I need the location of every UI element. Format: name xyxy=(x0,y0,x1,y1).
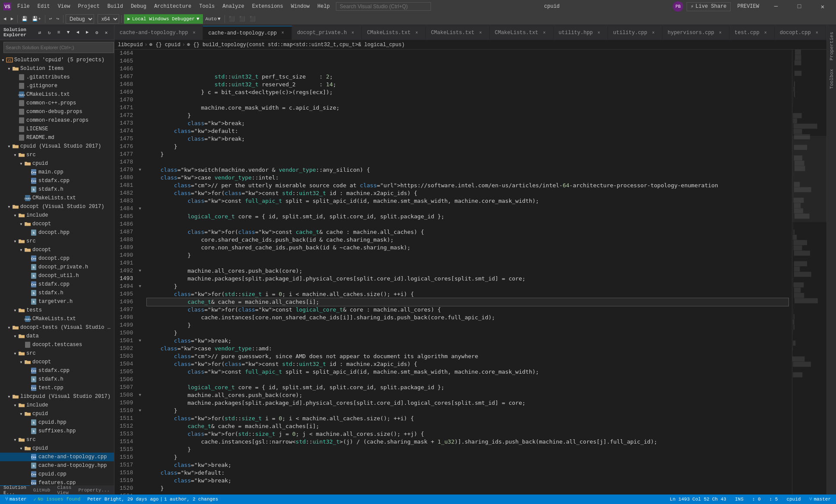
tree-item-se-cache-topology-cpp[interactable]: C++ cache-and-topology.cpp xyxy=(0,453,114,461)
tree-item-se-cache-topology-hpp[interactable]: h cache-and-topology.hpp xyxy=(0,461,114,470)
se-filter-btn[interactable]: ▼ xyxy=(64,28,73,37)
vs-search-input[interactable] xyxy=(336,2,431,11)
tree-item-se-gitattributes[interactable]: .gitattributes xyxy=(0,73,114,82)
menu-debug[interactable]: Debug xyxy=(127,3,150,10)
se-refresh-btn[interactable]: ↻ xyxy=(45,28,54,37)
project-status[interactable]: cpuid xyxy=(785,497,802,502)
tree-item-se-solution-items[interactable]: ▼ Solution Items xyxy=(0,64,114,73)
branch-status[interactable]: ⑂ master xyxy=(808,497,833,502)
tab-close-0[interactable] xyxy=(190,29,197,36)
se-tab-property[interactable]: Property... xyxy=(75,485,113,495)
tree-item-se-features-cpp[interactable]: C++ features.cpp xyxy=(0,479,114,485)
tab-close-2[interactable] xyxy=(349,29,356,36)
tree-item-se-cpuid-vs[interactable]: ▼ cpuid (Visual Studio 2017) xyxy=(0,142,114,151)
tree-item-se-suffixes[interactable]: h suffixes.hpp xyxy=(0,427,114,435)
tab-close-3[interactable] xyxy=(413,29,420,36)
minimap[interactable] xyxy=(792,50,826,495)
breadcrumb-fn[interactable]: ⊕ {} build_topology(const std::map<std::… xyxy=(187,41,405,48)
editor-tab-5[interactable]: CMakeLists.txt xyxy=(490,26,554,40)
se-search-input[interactable] xyxy=(3,42,114,53)
tree-item-se-stdafx-h1[interactable]: h stdafx.h xyxy=(0,185,114,194)
editor-tab-4[interactable]: CMakeLists.txt xyxy=(426,26,490,40)
maximize-button[interactable]: □ xyxy=(789,0,809,13)
menu-tools[interactable]: Tools xyxy=(196,3,218,10)
tab-close-1[interactable] xyxy=(279,30,286,37)
menu-extensions[interactable]: Extensions xyxy=(249,3,287,10)
toolbar-save-all[interactable]: 💾+ xyxy=(30,14,43,24)
gutter-line-1508[interactable]: ▼ xyxy=(136,391,143,399)
toolbar-save[interactable]: 💾 xyxy=(20,14,29,24)
tree-item-se-cpuid-hpp[interactable]: h cpuid.hpp xyxy=(0,418,114,427)
editor-tab-6[interactable]: utility.hpp xyxy=(554,26,608,40)
tree-item-se-cpuid-folder[interactable]: ▼ cpuid xyxy=(0,159,114,168)
tab-close-5[interactable] xyxy=(541,29,548,36)
breadcrumb-ns[interactable]: ⊕ {} cpuid xyxy=(149,41,180,48)
tree-item-se-cmakelists2[interactable]: cmake CMakeLists.txt xyxy=(0,194,114,202)
toolbar-more-1[interactable]: ⬛ xyxy=(227,14,237,24)
tree-item-se-stdafx-cpp3[interactable]: C++ stdafx.cpp xyxy=(0,366,114,375)
tree-item-se-src2[interactable]: ▼ src xyxy=(0,237,114,246)
tree-item-se-common-cpp[interactable]: common-c++.props xyxy=(0,99,114,107)
editor-tab-2[interactable]: docopt_private.h xyxy=(292,26,362,40)
tree-item-se-common-debug[interactable]: common-debug.props xyxy=(0,107,114,116)
tab-close-7[interactable] xyxy=(650,29,657,36)
tree-item-se-src4[interactable]: ▼ src xyxy=(0,435,114,444)
tree-item-se-docopt-util[interactable]: h docopt_util.h xyxy=(0,271,114,280)
tree-item-se-src1[interactable]: ▼ src xyxy=(0,151,114,159)
count-status[interactable]: ↕ 5 xyxy=(768,497,780,502)
toolbar-nav-back[interactable]: ◄ xyxy=(2,14,8,24)
menu-architecture[interactable]: Architecture xyxy=(151,3,195,10)
tree-item-se-license[interactable]: LICENSE xyxy=(0,125,114,133)
se-tab-classview[interactable]: Class View xyxy=(54,485,75,495)
run-button[interactable]: ▶ Local Windows Debugger ▼ xyxy=(124,14,203,24)
caret-status[interactable]: ↕ 0 xyxy=(750,497,763,502)
editor-tab-1[interactable]: cache-and-topology.cpp xyxy=(203,26,291,40)
tree-item-se-gitignore[interactable]: .gitignore xyxy=(0,82,114,90)
gutter-line-1492[interactable]: ▼ xyxy=(136,267,143,275)
properties-panel-label[interactable]: Properties xyxy=(827,28,836,64)
avatar[interactable]: PB xyxy=(673,1,683,12)
se-tab-solution[interactable]: Solution E... xyxy=(0,485,30,495)
editor-tab-3[interactable]: CMakeLists.txt xyxy=(362,26,426,40)
tree-item-se-docopt-cpp[interactable]: C++ docopt.cpp xyxy=(0,254,114,263)
gutter-line-1494[interactable]: ▼ xyxy=(136,283,143,290)
tree-item-se-data[interactable]: ▼ data xyxy=(0,332,114,340)
menu-analyze[interactable]: Analyze xyxy=(219,3,247,10)
code-content[interactable]: std::uint32_t perf_tsc_size : 2; std::ui… xyxy=(143,50,792,495)
menu-help[interactable]: Help xyxy=(314,3,333,10)
tree-item-se-docopt-hpp[interactable]: h docopt.hpp xyxy=(0,228,114,237)
menu-project[interactable]: Project xyxy=(74,3,103,10)
se-collapse-btn[interactable]: ≡ xyxy=(54,28,63,37)
tree-item-se-src3[interactable]: ▼ src xyxy=(0,349,114,358)
tree-item-se-cpuid-folder2[interactable]: ▼ cpuid xyxy=(0,410,114,418)
toolbar-nav-forward[interactable]: ► xyxy=(9,14,16,24)
tree-item-se-root[interactable]: ▼ VS Solution 'cpuid' (5 projects) xyxy=(0,56,114,64)
tree-item-se-readme[interactable]: README.md xyxy=(0,133,114,142)
menu-build[interactable]: Build xyxy=(104,3,127,10)
close-button[interactable]: ✕ xyxy=(813,0,833,13)
tree-item-se-libcpuid-vs[interactable]: ▼ libcpuid (Visual Studio 2017) xyxy=(0,392,114,401)
editor-tab-9[interactable]: test.cpp xyxy=(729,26,775,40)
gutter-line-1484[interactable]: ▼ xyxy=(136,205,143,213)
liveshare-button[interactable]: ⚡ Live Share xyxy=(687,2,730,11)
se-nav-forward[interactable]: ► xyxy=(83,28,92,37)
tree-item-se-docopt-folder2[interactable]: ▼ docopt xyxy=(0,246,114,254)
git-branch-status[interactable]: ⑂ master xyxy=(3,496,28,502)
toolbar-undo[interactable]: ↩ xyxy=(48,14,54,24)
tree-item-se-main[interactable]: C++ main.cpp xyxy=(0,168,114,176)
gutter-line-1501[interactable]: ▼ xyxy=(136,337,143,345)
se-tab-github[interactable]: GitHub xyxy=(30,485,54,495)
se-settings[interactable]: ⚙ xyxy=(92,28,101,37)
attach-mode[interactable]: Auto ▼ xyxy=(204,14,222,24)
no-issues-status[interactable]: ✓ No issues found xyxy=(32,497,82,502)
tree-item-se-stdafx-h3[interactable]: h stdafx.h xyxy=(0,375,114,384)
menu-view[interactable]: View xyxy=(54,3,74,10)
tab-close-10[interactable] xyxy=(814,29,820,36)
tree-item-se-cpuid-folder3[interactable]: ▼ cpuid xyxy=(0,444,114,453)
editor-tab-0[interactable]: cache-and-topology.hpp xyxy=(114,26,203,40)
ins-status[interactable]: INS xyxy=(733,497,745,502)
gutter-line-1510[interactable]: ▼ xyxy=(136,407,143,415)
platform-dropdown[interactable]: x64 xyxy=(98,14,119,24)
tree-item-se-stdafx-h2[interactable]: h stdafx.h xyxy=(0,289,114,297)
tab-close-8[interactable] xyxy=(717,29,724,36)
